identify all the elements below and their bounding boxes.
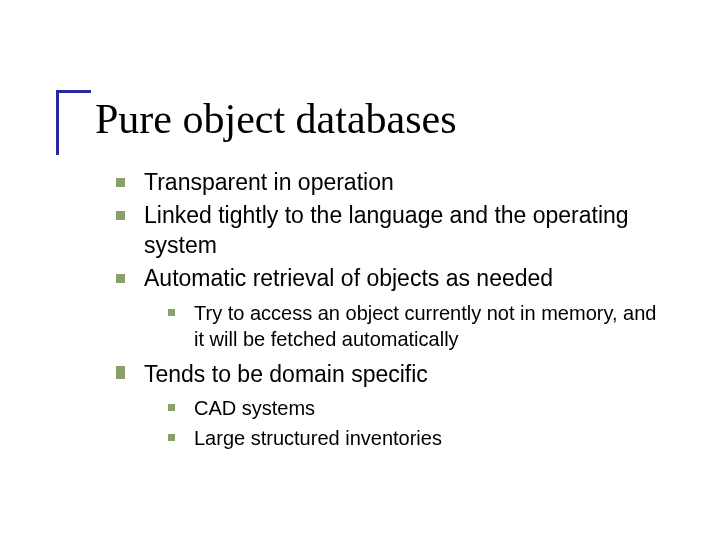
- bullet-subitem: Try to access an object currently not in…: [164, 300, 660, 352]
- bullet-item: Linked tightly to the language and the o…: [110, 201, 660, 260]
- bullet-list-level2: Try to access an object currently not in…: [144, 300, 660, 352]
- title-accent-rule: [56, 90, 91, 155]
- bullet-subitem: CAD systems: [164, 395, 660, 421]
- bullet-list-level1: Transparent in operation Linked tightly …: [110, 168, 660, 451]
- title-container: Pure object databases: [95, 95, 457, 143]
- bullet-item: Transparent in operation: [110, 168, 660, 197]
- bullet-text: Large structured inventories: [194, 427, 442, 449]
- bullet-item: Automatic retrieval of objects as needed…: [110, 264, 660, 351]
- bullet-item: Tends to be domain specific CAD systems …: [110, 360, 660, 451]
- slide-title: Pure object databases: [95, 95, 457, 143]
- bullet-text: Transparent in operation: [144, 169, 394, 195]
- bullet-text: CAD systems: [194, 397, 315, 419]
- bullet-subitem: Large structured inventories: [164, 425, 660, 451]
- bullet-list-level2: CAD systems Large structured inventories: [144, 395, 660, 451]
- bullet-text: Linked tightly to the language and the o…: [144, 202, 629, 257]
- bullet-text: Automatic retrieval of objects as needed: [144, 265, 553, 291]
- bullet-text: Try to access an object currently not in…: [194, 302, 656, 350]
- bullet-text: Tends to be domain specific: [144, 361, 428, 387]
- slide-body: Transparent in operation Linked tightly …: [110, 168, 660, 455]
- slide: Pure object databases Transparent in ope…: [0, 0, 720, 540]
